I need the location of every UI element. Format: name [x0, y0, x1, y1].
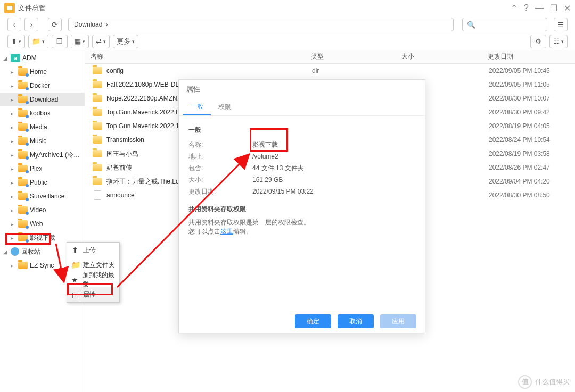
minimize-icon[interactable]: —	[535, 3, 544, 13]
collapse-icon[interactable]: ⌃	[511, 3, 518, 13]
app-icon	[4, 3, 15, 13]
toolbar-nav: ‹ › ⟳ Download › 🔍 ☰	[0, 16, 575, 33]
share-button[interactable]: ⇄▾	[92, 35, 110, 48]
list-header: 名称 类型 大小 更改日期	[85, 50, 575, 64]
titlebar: 文件总管 ⌃ ? — ❐ ✕	[0, 0, 575, 16]
file-row[interactable]: configdir2022/09/05 PM 10:45	[85, 64, 575, 78]
sidebar-item[interactable]: ▸Plex	[0, 162, 85, 176]
prop-size: 161.29 GB	[252, 176, 283, 184]
more-button[interactable]: 更多▾	[113, 35, 138, 48]
prop-date: 2022/09/15 PM 03:22	[252, 188, 314, 195]
maximize-icon[interactable]: ❐	[550, 3, 557, 13]
settings-button[interactable]: ⚙	[530, 35, 546, 48]
col-type[interactable]: 类型	[311, 52, 401, 61]
col-date[interactable]: 更改日期	[488, 52, 575, 61]
copy-button[interactable]: ❐	[52, 35, 68, 48]
ok-button[interactable]: 确定	[295, 314, 331, 328]
sidebar-item[interactable]: ▸Surveillance	[0, 189, 85, 203]
chevron-right-icon: ›	[105, 21, 108, 28]
sidebar-item[interactable]: ▸Public	[0, 176, 85, 189]
properties-dialog: 属性 一般 权限 一般 名称:影视下载 地址:/volume2 包含:44 文件…	[178, 79, 425, 333]
section-general: 一般	[188, 126, 415, 135]
sidebar-item[interactable]: ▸Web	[0, 217, 85, 231]
sidebar-item[interactable]: ▸kodbox	[0, 106, 85, 120]
close-icon[interactable]: ✕	[564, 3, 571, 13]
perm-text1: 共用资料夹存取权限是第一层的权限检查。	[188, 218, 415, 227]
sort-button[interactable]: ☷▾	[549, 35, 568, 48]
context-menu-item[interactable]: ★加到我的最爱	[67, 272, 119, 287]
context-menu-item[interactable]: 📁建立文件夹	[67, 257, 119, 272]
sidebar-item[interactable]: ▸Music	[0, 134, 85, 148]
sidebar-item[interactable]: ▸Media	[0, 120, 85, 134]
apply-button[interactable]: 应用	[380, 314, 416, 328]
toolbar-actions: ⬆▾ 📁▾ ❐ ▦▾ ⇄▾ 更多▾ ⚙ ☷▾	[0, 33, 575, 50]
help-icon[interactable]: ?	[524, 3, 529, 13]
col-name[interactable]: 名称	[85, 52, 311, 61]
watermark: 值什么值得买	[518, 375, 570, 389]
breadcrumb[interactable]: Download ›	[68, 18, 454, 31]
cancel-button[interactable]: 取消	[338, 314, 374, 328]
new-folder-button[interactable]: 📁▾	[28, 35, 48, 48]
search-input[interactable]: 🔍	[462, 18, 547, 31]
context-menu-item[interactable]: ▤属性	[67, 287, 119, 302]
sidebar: ◢a ADM ▸Home▸Docker▸Download▸kodbox▸Medi…	[0, 50, 85, 392]
sidebar-item[interactable]: ▸MyArchive1 (冷备份盘)	[0, 148, 85, 162]
upload-button[interactable]: ⬆▾	[7, 35, 25, 48]
view-options-button[interactable]: ☰	[554, 18, 568, 31]
sidebar-item[interactable]: ▸Home	[0, 65, 85, 79]
section-permissions: 共用资料夹存取权限	[188, 205, 415, 214]
col-size[interactable]: 大小	[401, 52, 488, 61]
prop-address: /volume2	[252, 153, 278, 160]
sidebar-item[interactable]: ▸Video	[0, 203, 85, 217]
tree-root-adm[interactable]: ◢a ADM	[0, 51, 85, 65]
sidebar-item[interactable]: ▸Download	[0, 93, 85, 106]
search-icon: 🔍	[467, 21, 475, 29]
back-button[interactable]: ‹	[7, 18, 21, 31]
prop-name: 影视下载	[252, 140, 278, 149]
tab-permissions[interactable]: 权限	[211, 99, 239, 115]
refresh-button[interactable]: ⟳	[48, 18, 62, 31]
select-button[interactable]: ▦▾	[71, 35, 89, 48]
forward-button[interactable]: ›	[24, 18, 38, 31]
perm-edit-link[interactable]: 这里	[220, 228, 233, 235]
context-menu-item[interactable]: ⬆上传	[67, 243, 119, 257]
app-title: 文件总管	[18, 3, 46, 13]
context-menu: ⬆上传📁建立文件夹★加到我的最爱▤属性	[67, 242, 120, 303]
tab-general[interactable]: 一般	[183, 99, 211, 115]
sidebar-item[interactable]: ▸Docker	[0, 79, 85, 93]
breadcrumb-segment[interactable]: Download	[74, 21, 102, 28]
dialog-title: 属性	[179, 80, 425, 99]
prop-contains: 44 文件,13 文件夹	[252, 164, 304, 173]
